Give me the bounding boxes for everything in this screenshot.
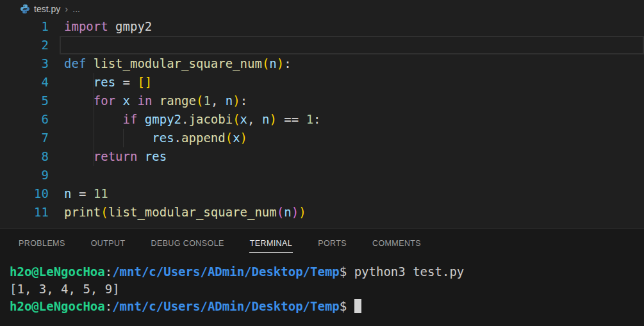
- line-number[interactable]: 2: [0, 36, 49, 54]
- line-number[interactable]: 7: [0, 129, 49, 147]
- code-line-text: import gmpy2: [64, 17, 152, 36]
- code-line[interactable]: 1import gmpy2: [0, 17, 644, 36]
- line-number[interactable]: 8: [0, 147, 49, 166]
- breadcrumb[interactable]: test.py › ...: [0, 0, 644, 17]
- code-line[interactable]: 11print(list_modular_square_num(n)): [0, 203, 644, 222]
- editor-lines: 1import gmpy223def list_modular_square_n…: [0, 17, 644, 222]
- line-number[interactable]: 3: [0, 54, 49, 73]
- terminal-line: h2o@LeNgocHoa:/mnt/c/Users/ADmin/Desktop…: [10, 298, 644, 315]
- panel-tab-ports[interactable]: PORTS: [317, 235, 347, 253]
- terminal-line: h2o@LeNgocHoa:/mnt/c/Users/ADmin/Desktop…: [10, 263, 644, 281]
- terminal-cursor: [354, 299, 361, 313]
- line-number[interactable]: 9: [0, 166, 49, 184]
- terminal-output[interactable]: h2o@LeNgocHoa:/mnt/c/Users/ADmin/Desktop…: [0, 259, 644, 315]
- code-line[interactable]: 8 return res: [0, 147, 644, 166]
- code-line-text: print(list_modular_square_num(n)): [64, 203, 306, 222]
- code-line[interactable]: 5 for x in range(1, n):: [0, 92, 644, 110]
- code-line-text: return res: [64, 147, 167, 166]
- line-number[interactable]: 10: [0, 184, 49, 203]
- line-number[interactable]: 11: [0, 203, 49, 222]
- code-line-text: for x in range(1, n):: [64, 92, 247, 110]
- code-line-text: res = []: [64, 73, 152, 92]
- code-line[interactable]: 7 res.append(x): [0, 129, 644, 147]
- breadcrumb-file[interactable]: test.py: [34, 4, 60, 14]
- code-line-text: res.append(x): [64, 129, 247, 147]
- panel-tab-bar: PROBLEMSOUTPUTDEBUG CONSOLETERMINALPORTS…: [0, 229, 644, 259]
- code-line[interactable]: 3def list_modular_square_num(n):: [0, 54, 644, 73]
- terminal-line: [1, 3, 4, 5, 9]: [10, 281, 644, 298]
- line-number[interactable]: 6: [0, 110, 49, 129]
- code-line-text: n = 11: [64, 184, 108, 203]
- code-line[interactable]: 4 res = []: [0, 73, 644, 92]
- panel-tab-comments[interactable]: COMMENTS: [372, 235, 422, 253]
- chevron-right-icon: ›: [65, 3, 68, 14]
- line-number[interactable]: 1: [0, 17, 49, 36]
- panel-tab-output[interactable]: OUTPUT: [90, 235, 126, 253]
- code-editor[interactable]: 1import gmpy223def list_modular_square_n…: [0, 17, 644, 228]
- panel-tab-terminal[interactable]: TERMINAL: [249, 235, 293, 253]
- panel-tab-debug-console[interactable]: DEBUG CONSOLE: [150, 235, 224, 253]
- code-line-text: if gmpy2.jacobi(x, n) == 1:: [64, 110, 321, 129]
- code-line[interactable]: 10n = 11: [0, 184, 644, 203]
- panel-tab-problems[interactable]: PROBLEMS: [18, 235, 66, 253]
- code-line-text: def list_modular_square_num(n):: [64, 54, 292, 73]
- code-line[interactable]: 6 if gmpy2.jacobi(x, n) == 1:: [0, 110, 644, 129]
- code-line[interactable]: 2: [0, 36, 644, 54]
- line-number[interactable]: 4: [0, 73, 49, 92]
- bottom-panel: PROBLEMSOUTPUTDEBUG CONSOLETERMINALPORTS…: [0, 228, 644, 326]
- breadcrumb-symbol-more[interactable]: ...: [72, 4, 80, 14]
- line-number[interactable]: 5: [0, 92, 49, 110]
- code-line[interactable]: 9: [0, 166, 644, 184]
- python-icon: [20, 4, 30, 14]
